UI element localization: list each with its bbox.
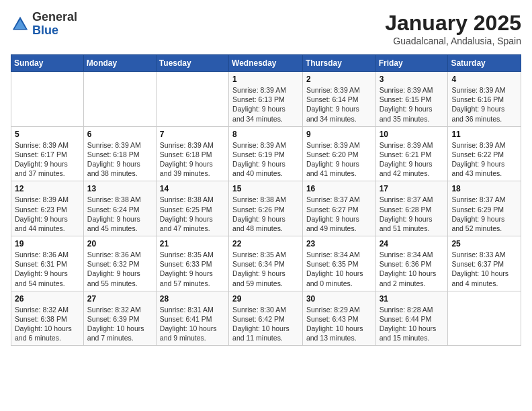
day-info: Sunrise: 8:29 AM Sunset: 6:43 PM Dayligh… (306, 305, 372, 343)
calendar-week-3: 12Sunrise: 8:39 AM Sunset: 6:23 PM Dayli… (11, 181, 521, 236)
calendar-cell: 7Sunrise: 8:39 AM Sunset: 6:18 PM Daylig… (156, 126, 228, 181)
header-tuesday: Tuesday (156, 55, 228, 72)
calendar-week-1: 1Sunrise: 8:39 AM Sunset: 6:13 PM Daylig… (11, 72, 521, 127)
calendar-cell: 16Sunrise: 8:37 AM Sunset: 6:27 PM Dayli… (302, 181, 375, 236)
page-header: General Blue January 2025 Guadalcanal, A… (11, 11, 521, 46)
calendar-cell: 31Sunrise: 8:28 AM Sunset: 6:44 PM Dayli… (375, 291, 448, 346)
calendar-cell: 10Sunrise: 8:39 AM Sunset: 6:21 PM Dayli… (375, 126, 448, 181)
day-number: 2 (306, 75, 372, 84)
day-info: Sunrise: 8:39 AM Sunset: 6:18 PM Dayligh… (160, 140, 225, 179)
calendar-cell: 20Sunrise: 8:36 AM Sunset: 6:32 PM Dayli… (83, 236, 156, 291)
calendar-cell: 29Sunrise: 8:30 AM Sunset: 6:42 PM Dayli… (229, 291, 303, 346)
calendar-cell: 19Sunrise: 8:36 AM Sunset: 6:31 PM Dayli… (11, 236, 84, 291)
calendar-cell: 8Sunrise: 8:39 AM Sunset: 6:19 PM Daylig… (229, 126, 303, 181)
day-info: Sunrise: 8:38 AM Sunset: 6:25 PM Dayligh… (160, 195, 225, 233)
day-info: Sunrise: 8:35 AM Sunset: 6:33 PM Dayligh… (160, 250, 225, 288)
day-number: 26 (15, 294, 80, 304)
day-number: 10 (380, 130, 445, 139)
calendar-cell: 14Sunrise: 8:38 AM Sunset: 6:25 PM Dayli… (156, 181, 228, 236)
calendar-cell: 18Sunrise: 8:37 AM Sunset: 6:29 PM Dayli… (448, 181, 521, 236)
day-number: 14 (160, 184, 225, 193)
header-sunday: Sunday (11, 55, 84, 72)
day-number: 8 (232, 130, 299, 139)
day-info: Sunrise: 8:34 AM Sunset: 6:36 PM Dayligh… (380, 250, 445, 288)
day-info: Sunrise: 8:36 AM Sunset: 6:32 PM Dayligh… (87, 250, 152, 288)
calendar-week-4: 19Sunrise: 8:36 AM Sunset: 6:31 PM Dayli… (11, 236, 521, 291)
day-info: Sunrise: 8:28 AM Sunset: 6:44 PM Dayligh… (380, 305, 445, 343)
day-info: Sunrise: 8:33 AM Sunset: 6:37 PM Dayligh… (451, 250, 517, 288)
calendar-cell (11, 72, 84, 127)
day-info: Sunrise: 8:39 AM Sunset: 6:20 PM Dayligh… (306, 140, 372, 179)
calendar-cell: 13Sunrise: 8:38 AM Sunset: 6:24 PM Dayli… (83, 181, 156, 236)
calendar-week-2: 5Sunrise: 8:39 AM Sunset: 6:17 PM Daylig… (11, 126, 521, 181)
day-info: Sunrise: 8:39 AM Sunset: 6:16 PM Dayligh… (451, 85, 517, 124)
day-number: 16 (306, 184, 372, 193)
logo: General Blue (11, 11, 77, 38)
calendar-cell: 6Sunrise: 8:39 AM Sunset: 6:18 PM Daylig… (83, 126, 156, 181)
logo-text: General Blue (32, 11, 77, 38)
day-number: 20 (87, 239, 152, 248)
header-friday: Friday (375, 55, 448, 72)
calendar-cell: 23Sunrise: 8:34 AM Sunset: 6:35 PM Dayli… (302, 236, 375, 291)
day-info: Sunrise: 8:35 AM Sunset: 6:34 PM Dayligh… (232, 250, 299, 288)
calendar-cell: 22Sunrise: 8:35 AM Sunset: 6:34 PM Dayli… (229, 236, 303, 291)
calendar-cell (156, 72, 228, 127)
day-number: 24 (380, 239, 445, 248)
calendar-cell: 30Sunrise: 8:29 AM Sunset: 6:43 PM Dayli… (302, 291, 375, 346)
calendar-cell: 9Sunrise: 8:39 AM Sunset: 6:20 PM Daylig… (302, 126, 375, 181)
day-number: 21 (160, 239, 225, 248)
calendar-cell: 26Sunrise: 8:32 AM Sunset: 6:38 PM Dayli… (11, 291, 84, 346)
calendar-cell: 27Sunrise: 8:32 AM Sunset: 6:39 PM Dayli… (83, 291, 156, 346)
calendar-cell: 21Sunrise: 8:35 AM Sunset: 6:33 PM Dayli… (156, 236, 228, 291)
calendar-cell: 2Sunrise: 8:39 AM Sunset: 6:14 PM Daylig… (302, 72, 375, 127)
day-number: 12 (15, 184, 80, 193)
day-number: 6 (87, 130, 152, 139)
calendar-cell (83, 72, 156, 127)
logo-icon (11, 15, 30, 34)
day-number: 17 (380, 184, 445, 193)
day-info: Sunrise: 8:32 AM Sunset: 6:39 PM Dayligh… (87, 305, 152, 343)
header-wednesday: Wednesday (229, 55, 303, 72)
day-number: 11 (451, 130, 517, 139)
day-number: 27 (87, 294, 152, 304)
day-info: Sunrise: 8:37 AM Sunset: 6:28 PM Dayligh… (380, 195, 445, 233)
day-info: Sunrise: 8:36 AM Sunset: 6:31 PM Dayligh… (15, 250, 80, 288)
day-number: 4 (451, 75, 517, 84)
day-number: 19 (15, 239, 80, 248)
day-info: Sunrise: 8:31 AM Sunset: 6:41 PM Dayligh… (160, 305, 225, 343)
day-number: 30 (306, 294, 372, 304)
calendar-cell: 28Sunrise: 8:31 AM Sunset: 6:41 PM Dayli… (156, 291, 228, 346)
calendar-cell: 1Sunrise: 8:39 AM Sunset: 6:13 PM Daylig… (229, 72, 303, 127)
day-info: Sunrise: 8:38 AM Sunset: 6:26 PM Dayligh… (232, 195, 299, 233)
day-number: 18 (451, 184, 517, 193)
day-number: 9 (306, 130, 372, 139)
day-info: Sunrise: 8:39 AM Sunset: 6:15 PM Dayligh… (380, 85, 445, 124)
calendar-header-row: SundayMondayTuesdayWednesdayThursdayFrid… (11, 55, 521, 72)
day-number: 25 (451, 239, 517, 248)
day-number: 1 (232, 75, 299, 84)
day-number: 22 (232, 239, 299, 248)
day-info: Sunrise: 8:39 AM Sunset: 6:13 PM Dayligh… (232, 85, 299, 124)
calendar-cell: 15Sunrise: 8:38 AM Sunset: 6:26 PM Dayli… (229, 181, 303, 236)
day-number: 29 (232, 294, 299, 304)
calendar-cell: 12Sunrise: 8:39 AM Sunset: 6:23 PM Dayli… (11, 181, 84, 236)
calendar-cell: 3Sunrise: 8:39 AM Sunset: 6:15 PM Daylig… (375, 72, 448, 127)
day-info: Sunrise: 8:30 AM Sunset: 6:42 PM Dayligh… (232, 305, 299, 343)
logo-blue-text: Blue (32, 24, 58, 37)
calendar-cell: 24Sunrise: 8:34 AM Sunset: 6:36 PM Dayli… (375, 236, 448, 291)
calendar-cell: 4Sunrise: 8:39 AM Sunset: 6:16 PM Daylig… (448, 72, 521, 127)
day-info: Sunrise: 8:39 AM Sunset: 6:18 PM Dayligh… (87, 140, 152, 179)
calendar-cell: 11Sunrise: 8:39 AM Sunset: 6:22 PM Dayli… (448, 126, 521, 181)
day-number: 31 (380, 294, 445, 304)
day-number: 15 (232, 184, 299, 193)
header-saturday: Saturday (448, 55, 521, 72)
calendar-cell: 17Sunrise: 8:37 AM Sunset: 6:28 PM Dayli… (375, 181, 448, 236)
day-number: 23 (306, 239, 372, 248)
day-info: Sunrise: 8:39 AM Sunset: 6:22 PM Dayligh… (451, 140, 517, 179)
day-info: Sunrise: 8:38 AM Sunset: 6:24 PM Dayligh… (87, 195, 152, 233)
day-info: Sunrise: 8:37 AM Sunset: 6:27 PM Dayligh… (306, 195, 372, 233)
day-number: 3 (380, 75, 445, 84)
day-number: 7 (160, 130, 225, 139)
calendar-cell (448, 291, 521, 346)
logo-general-text: General (32, 10, 77, 24)
